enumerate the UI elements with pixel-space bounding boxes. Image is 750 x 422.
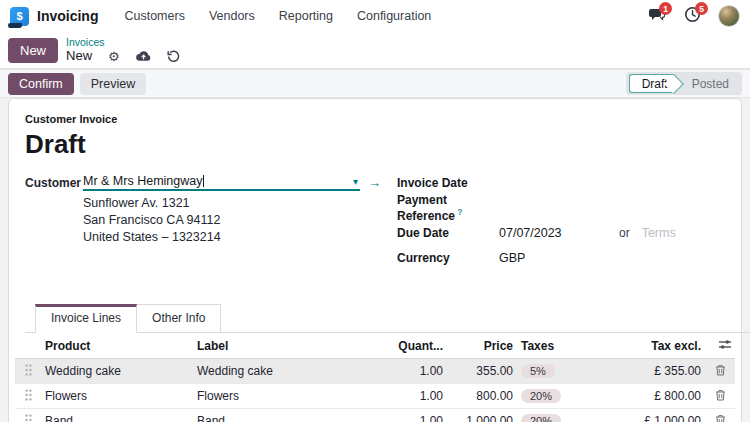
taxes-column-header[interactable]: Taxes bbox=[517, 333, 625, 359]
customer-address: Sunflower Av. 1321 San Francisco CA 9411… bbox=[83, 195, 381, 246]
new-button[interactable]: New bbox=[8, 38, 58, 63]
control-panel: New Invoices New ⚙ bbox=[0, 32, 750, 69]
gear-icon[interactable]: ⚙ bbox=[108, 50, 120, 63]
breadcrumb-invoices-link[interactable]: Invoices bbox=[66, 37, 180, 49]
messages-button[interactable]: 1 bbox=[646, 6, 666, 26]
notebook-tabs: Invoice Lines Other Info bbox=[35, 304, 725, 333]
menu-configuration[interactable]: Configuration bbox=[357, 9, 431, 23]
document-type-label: Customer Invoice bbox=[25, 113, 725, 125]
tab-other-info[interactable]: Other Info bbox=[137, 304, 221, 333]
text-cursor bbox=[203, 175, 204, 187]
confirm-button[interactable]: Confirm bbox=[8, 73, 74, 95]
statusbar-widget: Draft Posted bbox=[626, 72, 742, 95]
taxes-cell[interactable]: 20% bbox=[517, 384, 625, 409]
delete-line-button[interactable] bbox=[705, 409, 735, 422]
menu-vendors[interactable]: Vendors bbox=[209, 9, 255, 23]
due-date-input[interactable]: 07/07/2023 bbox=[499, 226, 617, 240]
menu-reporting[interactable]: Reporting bbox=[279, 9, 333, 23]
subtotal-cell: £ 800.00 bbox=[625, 384, 705, 409]
drag-handle[interactable] bbox=[15, 384, 41, 409]
activities-badge: 5 bbox=[695, 2, 708, 15]
address-line: United States – 1323214 bbox=[83, 229, 381, 246]
drag-handle[interactable] bbox=[15, 409, 41, 422]
customer-label: Customer bbox=[25, 174, 83, 246]
taxes-cell[interactable]: 20% bbox=[517, 409, 625, 422]
status-action-bar: Confirm Preview Draft Posted bbox=[0, 69, 750, 98]
currency-label: Currency bbox=[397, 251, 499, 265]
optional-columns-sliders-icon[interactable] bbox=[719, 339, 731, 353]
preview-button[interactable]: Preview bbox=[80, 73, 146, 95]
internal-link-arrow-icon[interactable]: → bbox=[368, 175, 381, 190]
product-cell[interactable]: Flowers ▾ → bbox=[41, 384, 193, 409]
subtotal-cell: £ 1,000.00 bbox=[625, 409, 705, 422]
price-cell[interactable]: 355.00 bbox=[447, 359, 517, 384]
invoice-date-label: Invoice Date bbox=[397, 176, 499, 190]
product-cell[interactable]: Wedding cake ▾ → bbox=[41, 359, 193, 384]
messages-badge: 1 bbox=[659, 2, 672, 15]
app-brand[interactable]: $ Invoicing bbox=[10, 7, 98, 26]
drag-handle[interactable] bbox=[15, 359, 41, 384]
currency-input[interactable]: GBP bbox=[499, 251, 617, 265]
systray: 1 5 bbox=[646, 5, 740, 27]
activities-button[interactable]: 5 bbox=[682, 6, 702, 26]
breadcrumb: Invoices New ⚙ bbox=[66, 37, 180, 64]
price-cell[interactable]: 1,000.00 bbox=[447, 409, 517, 422]
label-column-header[interactable]: Label bbox=[193, 333, 391, 359]
document-title: Draft bbox=[25, 129, 725, 160]
tax-badge[interactable]: 20% bbox=[521, 389, 561, 403]
state-draft[interactable]: Draft bbox=[629, 74, 674, 93]
quantity-cell[interactable]: 1.00 bbox=[391, 359, 447, 384]
or-label: or bbox=[619, 226, 630, 240]
app-name: Invoicing bbox=[37, 8, 98, 24]
due-date-label: Due Date bbox=[397, 226, 499, 240]
menu-customers[interactable]: Customers bbox=[124, 9, 184, 23]
invoicing-app-icon: $ bbox=[10, 7, 29, 26]
product-cell[interactable]: Band ▾ → bbox=[41, 409, 193, 422]
delete-line-button[interactable] bbox=[705, 384, 735, 409]
table-header-row: Product Label Quant... Price Taxes Tax e… bbox=[15, 333, 735, 359]
label-cell[interactable]: Band bbox=[193, 409, 391, 422]
product-column-header[interactable]: Product bbox=[41, 333, 193, 359]
invoice-lines-table: Product Label Quant... Price Taxes Tax e… bbox=[15, 333, 735, 422]
save-cloud-icon[interactable] bbox=[136, 50, 151, 62]
optional-columns-header bbox=[705, 333, 735, 359]
customer-input[interactable]: Mr & Mrs Hemingway ▾ bbox=[83, 174, 360, 191]
address-line: San Francisco CA 94112 bbox=[83, 212, 381, 229]
invoice-line-row[interactable]: Flowers ▾ → Flowers 1.00 800.00 20% £ 80… bbox=[15, 384, 735, 409]
quantity-cell[interactable]: 1.00 bbox=[391, 384, 447, 409]
price-cell[interactable]: 800.00 bbox=[447, 384, 517, 409]
label-cell[interactable]: Wedding cake bbox=[193, 359, 391, 384]
discard-undo-icon[interactable] bbox=[167, 50, 180, 63]
main-menus: Customers Vendors Reporting Configuratio… bbox=[124, 9, 431, 23]
help-icon[interactable]: ? bbox=[457, 207, 463, 217]
label-cell[interactable]: Flowers bbox=[193, 384, 391, 409]
handle-column-header bbox=[15, 333, 41, 359]
breadcrumb-current: New bbox=[66, 49, 92, 63]
tax-badge[interactable]: 20% bbox=[521, 414, 561, 422]
tab-invoice-lines[interactable]: Invoice Lines bbox=[35, 304, 137, 333]
invoice-form-sheet: Customer Invoice Draft Customer Mr & Mrs… bbox=[8, 98, 742, 422]
invoice-lines-body: Wedding cake ▾ → Wedding cake 1.00 355.0… bbox=[15, 359, 735, 422]
payment-reference-label: Payment Reference? bbox=[397, 193, 499, 223]
user-avatar[interactable] bbox=[718, 5, 740, 27]
top-nav-bar: $ Invoicing Customers Vendors Reporting … bbox=[0, 0, 750, 32]
delete-line-button[interactable] bbox=[705, 359, 735, 384]
terms-input[interactable]: Terms bbox=[642, 226, 676, 240]
invoice-line-row[interactable]: Band ▾ → Band 1.00 1,000.00 20% £ 1,000.… bbox=[15, 409, 735, 422]
tax-excl-column-header[interactable]: Tax excl. bbox=[625, 333, 705, 359]
invoice-line-row[interactable]: Wedding cake ▾ → Wedding cake 1.00 355.0… bbox=[15, 359, 735, 384]
price-column-header[interactable]: Price bbox=[447, 333, 517, 359]
chevron-down-icon[interactable]: ▾ bbox=[353, 176, 360, 187]
taxes-cell[interactable]: 5% bbox=[517, 359, 625, 384]
quantity-cell[interactable]: 1.00 bbox=[391, 409, 447, 422]
subtotal-cell: £ 355.00 bbox=[625, 359, 705, 384]
address-line: Sunflower Av. 1321 bbox=[83, 195, 381, 212]
tax-badge[interactable]: 5% bbox=[521, 364, 555, 378]
quantity-column-header[interactable]: Quant... bbox=[391, 333, 447, 359]
